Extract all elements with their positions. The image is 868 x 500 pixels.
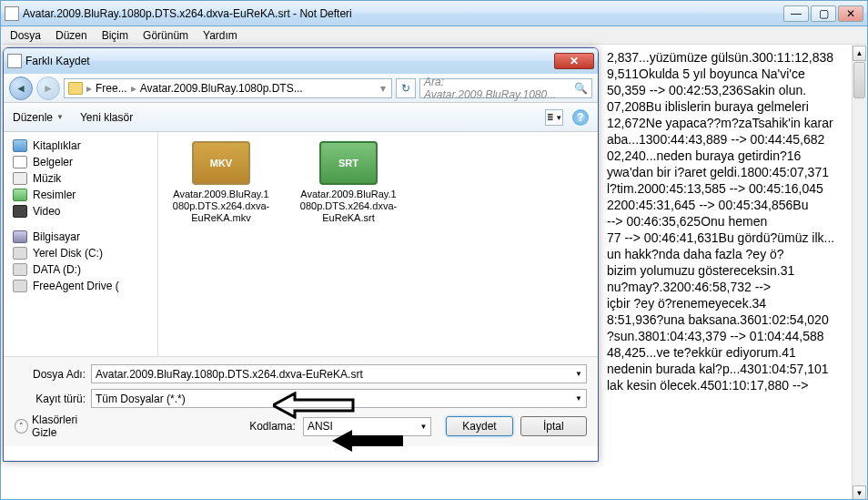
sidebar-item-libraries[interactable]: Kitaplıklar <box>7 138 154 154</box>
scroll-thumb[interactable] <box>853 62 865 98</box>
bottom-panel: Dosya Adı: Avatar.2009.BluRay.1080p.DTS.… <box>4 356 598 446</box>
chevron-down-icon[interactable]: ▼ <box>419 423 427 431</box>
folder-icon <box>68 82 83 95</box>
new-folder-button[interactable]: Yeni klasör <box>80 111 133 124</box>
sidebar-item-disk-d[interactable]: DATA (D:) <box>7 261 154 278</box>
documents-icon <box>13 156 27 168</box>
filetype-label: Kayıt türü: <box>15 393 86 405</box>
notepad-titlebar[interactable]: Avatar.2009.BluRay.1080p.DTS.x264.dxva-E… <box>1 1 867 26</box>
organize-button[interactable]: Düzenle ▼ <box>13 111 64 124</box>
search-placeholder: Ara: Avatar.2009.BluRay.1080... <box>424 76 574 101</box>
menu-bar: Dosya Düzen Biçim Görünüm Yardım <box>1 26 867 45</box>
sidebar-item-music[interactable]: Müzik <box>7 170 154 187</box>
dialog-close-button[interactable]: ✕ <box>554 53 594 69</box>
menu-format[interactable]: Biçim <box>96 27 134 44</box>
sidebar-item-computer[interactable]: Bilgisayar <box>7 229 154 245</box>
refresh-button[interactable]: ↻ <box>396 78 416 98</box>
save-dialog: Farklı Kaydet ✕ ◄ ► ▸ Free... ▸ Avatar.2… <box>3 47 599 462</box>
file-item-srt[interactable]: SRT Avatar.2009.BluRay.1080p.DTS.x264.dx… <box>298 141 399 224</box>
sidebar-item-freeagent[interactable]: FreeAgent Drive ( <box>7 278 154 294</box>
chevron-up-icon: ˄ <box>15 419 28 434</box>
chevron-right-icon: ▸ <box>129 82 138 95</box>
cancel-button[interactable]: İptal <box>520 416 587 436</box>
chevron-right-icon: ▸ <box>85 82 94 95</box>
chevron-down-icon[interactable]: ▼ <box>575 394 582 403</box>
help-button[interactable]: ? <box>572 109 589 126</box>
dialog-titlebar[interactable]: Farklı Kaydet ✕ <box>4 48 598 74</box>
scroll-down-arrow[interactable]: ▼ <box>853 485 866 499</box>
menu-edit[interactable]: Düzen <box>50 27 93 44</box>
menu-view[interactable]: Görünüm <box>137 27 194 44</box>
view-options-button[interactable]: ≣ ▾ <box>545 109 563 126</box>
file-pane[interactable]: MKV Avatar.2009.BluRay.1080p.DTS.x264.dx… <box>158 132 598 356</box>
breadcrumb[interactable]: ▸ Free... ▸ Avatar.2009.BluRay.1080p.DTS… <box>64 78 392 98</box>
computer-icon <box>13 230 27 243</box>
chevron-down-icon: ▼ <box>56 113 64 121</box>
file-name: Avatar.2009.BluRay.1080p.DTS.x264.dxva-E… <box>171 189 271 224</box>
file-name: Avatar.2009.BluRay.1080p.DTS.x264.dxva-E… <box>298 189 399 224</box>
chevron-down-icon[interactable]: ▼ <box>575 370 582 378</box>
minimize-button[interactable]: — <box>783 5 809 22</box>
dialog-icon <box>7 54 22 68</box>
breadcrumb-item[interactable]: Avatar.2009.BluRay.1080p.DTS... <box>140 82 303 95</box>
maximize-button[interactable]: ▢ <box>811 5 836 22</box>
sidebar-item-disk-c[interactable]: Yerel Disk (C:) <box>7 245 154 261</box>
srt-icon: SRT <box>319 141 378 185</box>
vertical-scrollbar[interactable]: ▲ ▼ <box>852 46 867 499</box>
libraries-icon <box>13 139 27 152</box>
toolbar: Düzenle ▼ Yeni klasör ≣ ▾ ? <box>4 103 598 132</box>
close-button[interactable]: ✕ <box>838 5 863 22</box>
encoding-select[interactable]: ANSI ▼ <box>303 417 431 436</box>
video-icon <box>13 205 27 218</box>
menu-help[interactable]: Yardım <box>197 27 243 44</box>
sidebar-item-documents[interactable]: Belgeler <box>7 154 154 170</box>
encoding-label: Kodlama: <box>245 420 296 433</box>
pictures-icon <box>13 189 27 201</box>
chevron-down-icon[interactable]: ▾ <box>378 82 388 95</box>
filetype-select[interactable]: Tüm Dosyalar (*.*) ▼ <box>91 389 587 408</box>
mkv-icon: MKV <box>192 141 250 185</box>
disk-icon <box>13 280 27 292</box>
forward-button[interactable]: ► <box>36 77 60 100</box>
search-input[interactable]: Ara: Avatar.2009.BluRay.1080... 🔍 <box>419 78 592 98</box>
dialog-title: Farklı Kaydet <box>25 55 90 67</box>
filename-label: Dosya Adı: <box>15 368 86 381</box>
menu-file[interactable]: Dosya <box>5 27 46 44</box>
scroll-up-arrow[interactable]: ▲ <box>853 46 866 61</box>
window-title: Avatar.2009.BluRay.1080p.DTS.x264.dxva-E… <box>23 7 783 20</box>
content-area: Kitaplıklar Belgeler Müzik Resimler Vide… <box>4 132 598 356</box>
file-item-mkv[interactable]: MKV Avatar.2009.BluRay.1080p.DTS.x264.dx… <box>171 141 271 224</box>
hide-folders-button[interactable]: ˄ Klasörleri Gizle <box>15 413 101 439</box>
nav-row: ◄ ► ▸ Free... ▸ Avatar.2009.BluRay.1080p… <box>4 74 598 103</box>
breadcrumb-item[interactable]: Free... <box>96 82 127 95</box>
disk-icon <box>13 263 27 276</box>
search-icon: 🔍 <box>574 82 588 95</box>
filename-input[interactable]: Avatar.2009.BluRay.1080p.DTS.x264.dxva-E… <box>91 364 587 383</box>
notepad-icon <box>5 6 19 21</box>
sidebar-item-pictures[interactable]: Resimler <box>7 187 154 203</box>
text-area[interactable]: 2,837...yüzümüze gülsün.300:11:12,838 9,… <box>601 46 867 499</box>
save-button[interactable]: Kaydet <box>446 416 512 436</box>
sidebar-item-video[interactable]: Video <box>7 203 154 219</box>
music-icon <box>13 172 27 185</box>
sidebar: Kitaplıklar Belgeler Müzik Resimler Vide… <box>4 132 158 356</box>
back-button[interactable]: ◄ <box>9 77 33 100</box>
disk-icon <box>13 247 27 260</box>
